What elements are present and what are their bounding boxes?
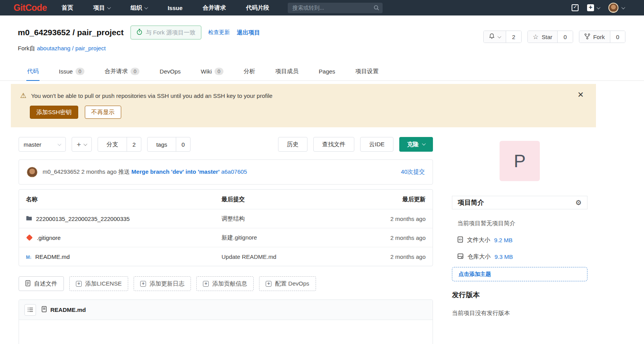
readme-file-button[interactable]: 自述文件 xyxy=(19,276,64,291)
readme-panel: README.md xyxy=(19,300,433,344)
no-description-text: 当前项目暂无项目简介 xyxy=(457,220,587,227)
quick-actions: 自述文件 添加LICENSE 添加更新日志 添加贡献信息 配置 DevOps xyxy=(19,276,433,291)
table-row[interactable]: 222000135_222000235_222000335 调整结构 2 mon… xyxy=(19,209,433,228)
commits-count-link[interactable]: 40次提交 xyxy=(401,168,425,176)
project-header-left: m0_64293652 / pair_project 与 Fork 源项目一致 … xyxy=(18,26,483,52)
chevron-down-icon xyxy=(422,142,426,145)
fork-icon xyxy=(584,33,590,41)
find-file-button[interactable]: 查找文件 xyxy=(313,137,354,152)
project-about-header: 项目简介 xyxy=(452,196,587,209)
fork-sync-button[interactable]: 与 Fork 源项目一致 xyxy=(131,26,201,39)
cloud-ide-button[interactable]: 云IDE xyxy=(360,137,393,152)
file-table-header: 名称 最后提交 最后更新 xyxy=(19,190,433,209)
tab-settings[interactable]: 项目设置 xyxy=(355,62,380,80)
fork-source-link[interactable]: aboutazhang / pair_project xyxy=(37,45,106,51)
tags-button[interactable]: tags 0 xyxy=(147,137,191,152)
nav-item-merge-requests[interactable]: 合并请求 xyxy=(203,4,226,12)
ssh-warning-message-row: You won't be able to pull or push reposi… xyxy=(20,91,587,100)
file-name-link[interactable]: .gitignore xyxy=(37,234,61,241)
commit-author[interactable]: m0_64293652 xyxy=(43,168,80,175)
tab-code[interactable]: 代码 xyxy=(26,62,39,80)
add-ssh-key-button[interactable]: 添加SSH密钥 xyxy=(30,106,78,119)
add-square-icon xyxy=(76,281,82,287)
create-new-menu[interactable] xyxy=(587,4,600,11)
toc-list-icon[interactable] xyxy=(24,304,36,316)
readme-file-title[interactable]: README.md xyxy=(41,306,86,313)
tab-badge: 0 xyxy=(76,68,84,75)
nav-item-organizations[interactable]: 组织 xyxy=(131,4,148,12)
nav-item-home[interactable]: 首页 xyxy=(62,4,73,12)
configure-devops-button[interactable]: 配置 DevOps xyxy=(259,276,316,291)
nav-items: 首页 项目 组织 Issue 合并请求 代码片段 xyxy=(62,4,269,12)
notification-button[interactable]: 2 xyxy=(483,31,521,43)
tab-analytics[interactable]: 分析 xyxy=(243,62,256,80)
file-commit-link[interactable]: 调整结构 xyxy=(222,215,354,222)
branches-button[interactable]: 分支 2 xyxy=(98,137,141,152)
search-icon[interactable] xyxy=(373,5,380,11)
fork-origin-line: Fork自 aboutazhang / pair_project xyxy=(18,45,483,52)
repo-size-value[interactable]: 9.3 MB xyxy=(495,253,513,260)
add-square-icon xyxy=(140,281,146,287)
file-size-value[interactable]: 9.2 MB xyxy=(494,237,513,243)
file-name-link[interactable]: README.md xyxy=(35,253,70,260)
clone-button[interactable]: 克隆 xyxy=(399,137,433,152)
tags-count: 0 xyxy=(176,137,190,151)
new-file-dropdown[interactable] xyxy=(72,137,92,152)
plus-icon xyxy=(77,141,81,148)
nav-item-snippets[interactable]: 代码片段 xyxy=(246,4,269,12)
tab-members[interactable]: 项目成员 xyxy=(275,62,299,80)
history-button[interactable]: 历史 xyxy=(278,137,307,152)
git-icon xyxy=(26,234,33,241)
chevron-down-icon xyxy=(597,5,601,9)
gitcode-logo[interactable]: GitCode xyxy=(14,3,47,13)
fork-button[interactable]: Fork 0 xyxy=(579,31,625,43)
tab-issue[interactable]: Issue0 xyxy=(58,62,85,80)
project-title-row: m0_64293652 / pair_project 与 Fork 源项目一致 … xyxy=(18,26,483,39)
nav-item-projects[interactable]: 项目 xyxy=(93,4,110,12)
user-menu[interactable] xyxy=(608,3,625,13)
readme-panel-header: README.md xyxy=(19,300,433,320)
tab-badge: 0 xyxy=(131,68,139,75)
commit-sha-link[interactable]: a6a07605 xyxy=(221,168,247,175)
tab-merge-requests[interactable]: 合并请求0 xyxy=(104,62,140,80)
add-contributing-button[interactable]: 添加贡献信息 xyxy=(196,276,254,291)
dismiss-button[interactable]: 不再显示 xyxy=(85,106,121,119)
nav-item-issue[interactable]: Issue xyxy=(168,5,182,11)
user-avatar xyxy=(608,3,618,13)
branch-selector[interactable]: master xyxy=(19,137,66,152)
repo-toolbar-right: 历史 查找文件 云IDE 克隆 xyxy=(278,137,433,152)
star-button[interactable]: Star 0 xyxy=(527,31,573,43)
chevron-down-icon xyxy=(84,142,88,146)
branches-count: 2 xyxy=(127,137,141,151)
project-header-actions: 2 Star 0 Fork 0 xyxy=(483,26,625,52)
repo-size-row: 仓库大小 9.3 MB xyxy=(457,253,587,260)
close-icon[interactable] xyxy=(578,89,584,99)
add-license-button[interactable]: 添加LICENSE xyxy=(69,276,128,291)
add-changelog-button[interactable]: 添加更新日志 xyxy=(134,276,191,291)
todo-list-icon[interactable] xyxy=(572,4,579,11)
exit-project-link[interactable]: 退出项目 xyxy=(237,29,260,36)
project-tabs: 代码 Issue0 合并请求0 DevOps Wiki0 分析 项目成员 Pag… xyxy=(0,62,644,81)
chevron-down-icon xyxy=(107,5,111,9)
check-update-link[interactable]: 检查更新 xyxy=(208,29,230,36)
commit-message-link[interactable]: Merge branch 'dev' into 'master' xyxy=(131,168,220,175)
file-commit-link[interactable]: Update README.md xyxy=(222,253,354,260)
gear-icon[interactable] xyxy=(575,199,582,207)
tab-pages[interactable]: Pages xyxy=(318,62,336,80)
top-navbar: GitCode 首页 项目 组织 Issue 合并请求 代码片段 xyxy=(0,0,644,15)
file-commit-link[interactable]: 新建.gitignore xyxy=(222,234,354,241)
file-name-link[interactable]: 222000135_222000235_222000335 xyxy=(36,216,130,222)
table-row[interactable]: .gitignore 新建.gitignore 2 months ago xyxy=(19,228,433,247)
storage-icon xyxy=(457,253,464,260)
table-row[interactable]: README.md Update README.md 2 months ago xyxy=(19,247,433,266)
star-count: 0 xyxy=(557,31,572,43)
tab-badge: 0 xyxy=(215,68,223,75)
tab-devops[interactable]: DevOps xyxy=(159,62,181,80)
add-topic-button[interactable]: 点击添加主题 xyxy=(452,267,587,281)
bell-icon xyxy=(489,33,495,41)
clock-icon xyxy=(136,29,143,36)
search-input[interactable] xyxy=(288,3,383,13)
project-avatar: P xyxy=(500,141,540,181)
ssh-warning-text: You won't be able to pull or push reposi… xyxy=(31,92,273,99)
tab-wiki[interactable]: Wiki0 xyxy=(200,62,225,80)
